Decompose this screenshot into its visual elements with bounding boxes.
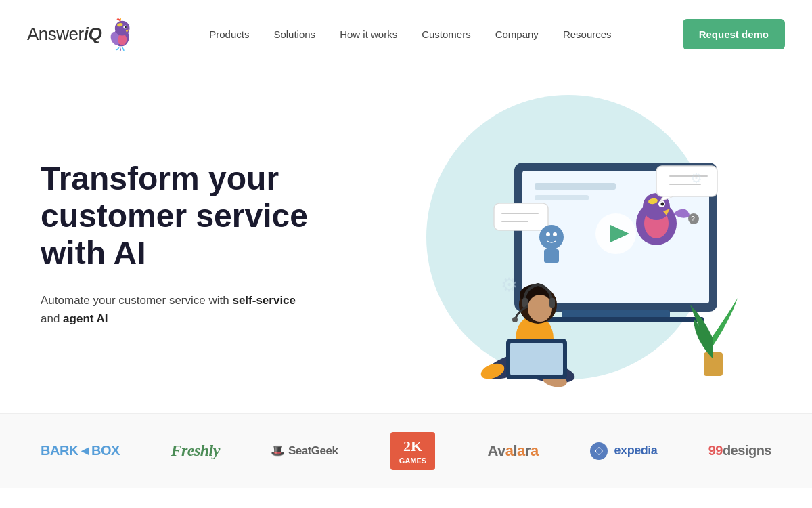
svg-text:⚙: ⚙	[501, 274, 518, 295]
svg-point-54	[596, 448, 602, 454]
nav-company[interactable]: Company	[495, 28, 539, 40]
nav-how-it-works[interactable]: How it works	[340, 28, 397, 40]
hero-section: Transform your customer service with AI …	[0, 68, 812, 413]
logo-2kgames: 2K GAMES	[389, 431, 436, 471]
expedia-icon	[589, 442, 608, 461]
logo-barkbox: BARK◄BOX	[41, 443, 120, 459]
svg-rect-12	[528, 317, 704, 322]
svg-point-46	[539, 225, 564, 249]
logo[interactable]: AnsweriQ	[27, 17, 138, 51]
nav-products[interactable]: Products	[209, 28, 249, 40]
svg-text:2K: 2K	[403, 438, 422, 454]
2kgames-icon: 2K GAMES	[389, 431, 436, 471]
svg-point-35	[528, 295, 552, 322]
hero-subtext: Automate your customer service with self…	[41, 291, 365, 328]
logo-expedia: expedia	[589, 442, 657, 461]
logo-text: AnsweriQ	[27, 24, 102, 45]
svg-text:⚙: ⚙	[690, 171, 702, 186]
logo-avalara: Avalara	[487, 442, 538, 460]
nav-customers[interactable]: Customers	[422, 28, 471, 40]
logo-freshly: Freshly	[171, 442, 220, 460]
logos-section: BARK◄BOX Freshly 🎩SeatGeek 2K GAMES Aval…	[0, 413, 812, 488]
hero-heading: Transform your customer service with AI	[41, 160, 365, 272]
hero-illustration: ? ⚙ ⚙	[365, 88, 771, 400]
hero-content: Transform your customer service with AI …	[41, 160, 365, 328]
logo-bird-icon	[104, 17, 138, 51]
svg-point-19	[661, 203, 664, 206]
svg-point-48	[546, 232, 550, 236]
svg-rect-9	[535, 183, 616, 190]
hero-svg-illustration: ? ⚙ ⚙	[392, 95, 744, 393]
svg-rect-27	[494, 203, 548, 230]
header: AnsweriQ Produc	[0, 0, 812, 68]
nav-resources[interactable]: Resources	[563, 28, 612, 40]
svg-point-5	[125, 26, 127, 28]
svg-rect-44	[510, 343, 563, 375]
main-nav: Products Solutions How it works Customer…	[209, 28, 611, 40]
logo-seatgeek: 🎩SeatGeek	[271, 444, 338, 458]
logo-99designs: 99designs	[708, 443, 771, 459]
svg-rect-37	[549, 298, 555, 308]
svg-point-3	[115, 21, 130, 36]
svg-point-38	[512, 317, 518, 322]
svg-rect-23	[656, 166, 717, 196]
svg-rect-47	[544, 249, 559, 263]
nav-solutions[interactable]: Solutions	[273, 28, 315, 40]
svg-rect-10	[535, 195, 589, 200]
svg-point-49	[553, 232, 557, 236]
request-demo-button[interactable]: Request demo	[683, 19, 785, 49]
svg-text:GAMES: GAMES	[399, 457, 426, 465]
svg-text:?: ?	[691, 215, 695, 223]
